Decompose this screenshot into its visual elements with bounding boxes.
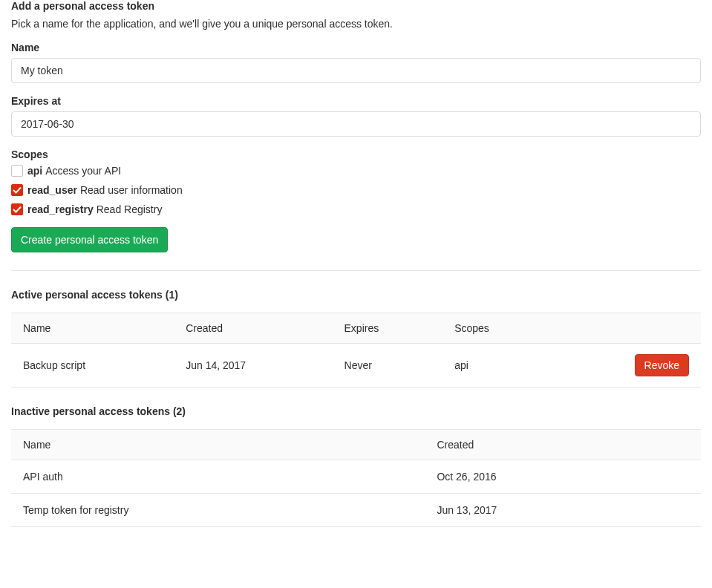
- col-expires: Expires: [333, 313, 443, 344]
- cell-scopes: api: [442, 344, 553, 388]
- scope-desc: Read user information: [80, 184, 183, 196]
- inactive-tokens-title: Inactive personal access tokens (2): [11, 405, 701, 417]
- scope-checkbox-read-user[interactable]: [11, 184, 23, 196]
- scope-desc: Read Registry: [97, 203, 163, 215]
- inactive-tokens-table: Name Created API auth Oct 26, 2016 Temp …: [11, 429, 701, 527]
- scope-row-api: api Access your API: [11, 165, 701, 177]
- cell-expires: Never: [333, 344, 443, 388]
- scope-desc: Access your API: [45, 165, 121, 177]
- expires-label: Expires at: [11, 95, 701, 107]
- active-tokens-title: Active personal access tokens (1): [11, 289, 701, 301]
- expires-input[interactable]: [11, 111, 701, 137]
- col-action: [553, 313, 701, 344]
- cell-action: Revoke: [553, 344, 701, 388]
- col-scopes: Scopes: [442, 313, 553, 344]
- scope-name: read_user: [27, 184, 77, 196]
- cell-name: Temp token for registry: [11, 494, 425, 527]
- check-icon: [13, 186, 22, 195]
- scopes-label: Scopes: [11, 148, 701, 160]
- cell-name: API auth: [11, 460, 425, 494]
- page-heading: Add a personal access token: [11, 0, 701, 12]
- col-name: Name: [11, 313, 174, 344]
- scope-checkbox-api[interactable]: [11, 165, 23, 177]
- cell-created: Oct 26, 2016: [425, 460, 701, 494]
- divider: [11, 270, 701, 271]
- name-input[interactable]: [11, 58, 701, 83]
- revoke-button[interactable]: Revoke: [635, 354, 689, 376]
- check-icon: [13, 205, 22, 214]
- scope-checkbox-read-registry[interactable]: [11, 203, 23, 215]
- scope-name: api: [27, 165, 42, 177]
- col-name: Name: [11, 430, 425, 460]
- name-label: Name: [11, 42, 701, 53]
- create-token-button[interactable]: Create personal access token: [11, 227, 168, 252]
- table-row: API auth Oct 26, 2016: [11, 460, 701, 494]
- cell-created: Jun 13, 2017: [425, 494, 701, 527]
- cell-created: Jun 14, 2017: [174, 344, 332, 388]
- active-tokens-table: Name Created Expires Scopes Backup scrip…: [11, 313, 701, 388]
- cell-name: Backup script: [11, 344, 174, 388]
- col-created: Created: [174, 313, 332, 344]
- table-row: Backup script Jun 14, 2017 Never api Rev…: [11, 344, 701, 388]
- scope-row-read-user: read_user Read user information: [11, 184, 701, 196]
- page-description: Pick a name for the application, and we'…: [11, 18, 701, 30]
- table-row: Temp token for registry Jun 13, 2017: [11, 494, 701, 527]
- scope-row-read-registry: read_registry Read Registry: [11, 203, 701, 215]
- col-created: Created: [425, 430, 701, 460]
- scope-name: read_registry: [27, 203, 94, 215]
